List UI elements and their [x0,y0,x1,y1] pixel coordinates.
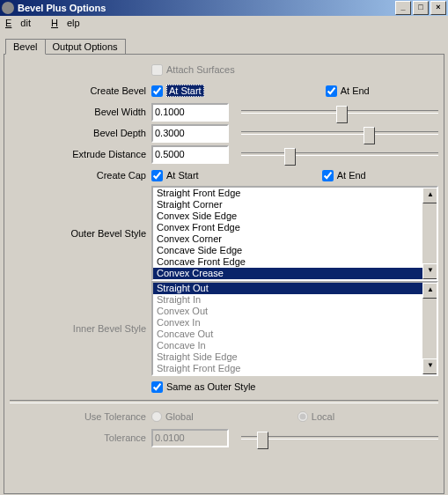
tab-bevel[interactable]: Bevel [5,39,46,55]
list-item[interactable]: Concave Front Edge [153,256,437,268]
create-bevel-end-checkbox[interactable] [326,85,337,97]
create-bevel-end-label: At End [341,85,370,96]
same-as-outer-label: Same as Outer Style [166,381,256,392]
inner-bevel-style-label: Inner Bevel Style [10,323,151,334]
slider-thumb[interactable] [284,148,296,166]
app-icon [2,2,14,14]
maximize-button[interactable]: □ [413,1,429,15]
list-item: Convex Out [153,306,437,317]
tolerance-value-label: Tolerance [10,432,151,443]
bevel-width-slider[interactable] [241,110,438,114]
bevel-depth-input[interactable] [151,124,229,143]
divider [10,400,438,403]
tolerance-local-radio [297,411,308,422]
list-item-selected: Straight Out [153,283,437,294]
slider-thumb[interactable] [336,106,348,123]
list-item[interactable]: Straight Corner [153,199,437,211]
slider-thumb [257,432,268,449]
tolerance-input [151,429,229,447]
outer-bevel-style-listbox[interactable]: Straight Front Edge Straight Corner Conv… [151,186,438,281]
tolerance-global-label: Global [165,411,194,422]
bevel-width-input[interactable] [151,103,229,122]
create-cap-label: Create Cap [10,170,151,181]
tolerance-local-label: Local [312,411,334,422]
list-item: Concave Out [153,329,437,340]
list-item[interactable]: Convex Corner [153,233,437,245]
outer-bevel-style-label: Outer Bevel Style [10,228,151,239]
close-window-button[interactable]: × [430,1,446,15]
menu-bar: Edit Help [0,16,448,35]
minimize-button[interactable]: _ [395,1,411,15]
listbox-scrollbar: ▲ ▼ [422,283,437,374]
list-item: Convex In [153,317,437,329]
list-item-selected[interactable]: Convex Crease [153,268,437,279]
attach-surfaces-checkbox [151,64,163,76]
list-item[interactable]: Straight Front Edge [153,188,437,199]
window-title: Bevel Plus Options [18,3,106,13]
scroll-up-icon[interactable]: ▲ [422,188,438,203]
create-cap-end-label: At End [337,170,366,181]
menu-edit[interactable]: Edit [5,18,40,28]
attach-surfaces-label: Attach Surfaces [166,64,235,75]
create-cap-end-checkbox[interactable] [322,170,334,181]
tolerance-global-radio [151,411,162,422]
create-bevel-start-checkbox[interactable] [151,85,163,97]
tolerance-slider [241,436,438,440]
list-item: Straight Front Edge [153,363,437,374]
list-item[interactable]: Convex Side Edge [153,211,437,222]
tab-strip: Bevel Output Options [5,39,448,55]
menu-help[interactable]: Help [51,18,80,28]
same-as-outer-checkbox[interactable] [151,381,163,393]
scroll-up-icon: ▲ [422,283,438,299]
create-cap-start-label: At Start [166,170,199,181]
extrude-distance-input[interactable] [151,145,229,164]
extrude-distance-slider[interactable] [241,152,438,156]
list-item[interactable]: Concave Side Edge [153,245,437,256]
use-tolerance-label: Use Tolerance [10,411,151,422]
create-bevel-start-label: At Start [166,85,204,97]
listbox-scrollbar[interactable]: ▲ ▼ [422,188,437,279]
extrude-distance-label: Extrude Distance [10,149,151,159]
create-cap-start-checkbox[interactable] [151,170,163,181]
inner-bevel-style-listbox: Straight Out Straight In Convex Out Conv… [151,281,438,376]
scroll-down-icon: ▼ [422,358,438,374]
tab-panel-bevel: Attach Surfaces Create Bevel At Start At… [4,54,444,494]
scroll-down-icon[interactable]: ▼ [422,263,438,279]
title-bar: Bevel Plus Options _ □ × [0,0,448,16]
bevel-depth-label: Bevel Depth [10,128,151,138]
create-bevel-label: Create Bevel [10,85,151,96]
slider-thumb[interactable] [364,127,375,144]
tab-output-options[interactable]: Output Options [45,39,126,55]
list-item: Concave In [153,340,437,351]
bevel-depth-slider[interactable] [241,131,438,135]
list-item: Straight In [153,294,437,306]
list-item: Straight Side Edge [153,351,437,363]
list-item[interactable]: Convex Front Edge [153,222,437,233]
bevel-width-label: Bevel Width [10,107,151,117]
